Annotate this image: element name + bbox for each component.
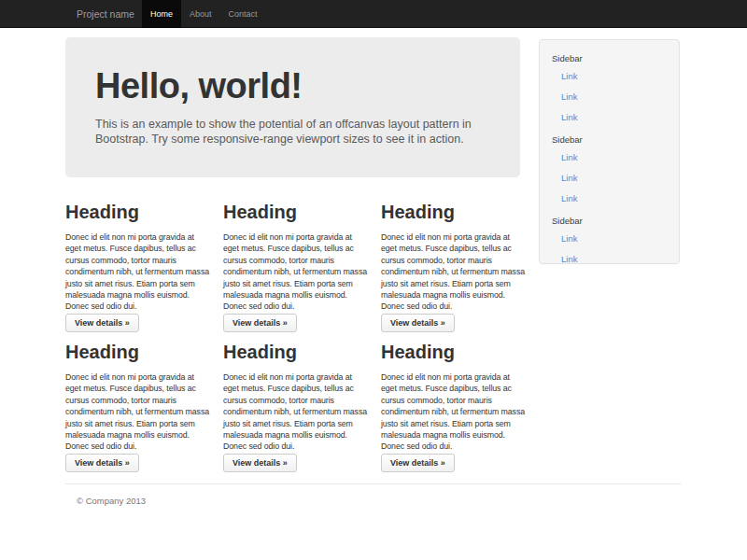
footer-copyright: © Company 2013 — [77, 496, 146, 506]
jumbotron-heading: Hello, world! — [95, 65, 494, 106]
card-heading: Heading — [381, 342, 528, 362]
sidebar-group: Sidebar LinkLink — [552, 216, 671, 269]
page: Project name HomeAboutContact Hello, wor… — [0, 0, 747, 560]
sidebar-link[interactable]: Link — [552, 147, 671, 167]
card-body: Donec id elit non mi porta gravida at eg… — [223, 371, 370, 453]
navbar: Project name HomeAboutContact — [0, 0, 747, 28]
card-heading: Heading — [381, 202, 528, 222]
footer-divider — [65, 483, 681, 484]
card-heading: Heading — [65, 342, 212, 362]
sidebar-group: Sidebar LinkLinkLink — [552, 134, 671, 208]
content-card: Heading Donec id elit non mi porta gravi… — [381, 202, 528, 332]
sidebar-link[interactable]: Link — [552, 86, 671, 106]
brand-link[interactable]: Project name — [77, 0, 134, 28]
view-details-button[interactable]: View details » — [223, 454, 297, 472]
sidebar-link[interactable]: Link — [552, 188, 671, 208]
content-card: Heading Donec id elit non mi porta gravi… — [381, 342, 528, 472]
sidebar: Sidebar LinkLinkLink Sidebar LinkLinkLin… — [539, 39, 680, 264]
view-details-button[interactable]: View details » — [381, 314, 455, 332]
content-card: Heading Donec id elit non mi porta gravi… — [223, 342, 370, 472]
sidebar-header: Sidebar — [552, 134, 671, 145]
sidebar-header: Sidebar — [552, 216, 671, 226]
sidebar-link[interactable]: Link — [552, 65, 671, 86]
sidebar-link[interactable]: Link — [552, 167, 671, 188]
jumbotron-text: This is an example to show the potential… — [95, 118, 494, 147]
card-body: Donec id elit non mi porta gravida at eg… — [65, 371, 212, 453]
card-heading: Heading — [223, 202, 370, 222]
content-card: Heading Donec id elit non mi porta gravi… — [65, 202, 212, 332]
view-details-button[interactable]: View details » — [65, 454, 139, 472]
nav-item-contact[interactable]: Contact — [220, 0, 266, 28]
card-body: Donec id elit non mi porta gravida at eg… — [381, 371, 528, 453]
card-row-1: Heading Donec id elit non mi porta gravi… — [65, 202, 528, 332]
sidebar-link[interactable]: Link — [552, 106, 671, 127]
card-body: Donec id elit non mi porta gravida at eg… — [223, 231, 370, 313]
content-card: Heading Donec id elit non mi porta gravi… — [65, 342, 212, 472]
nav-item-about[interactable]: About — [181, 0, 220, 28]
card-row-2: Heading Donec id elit non mi porta gravi… — [65, 342, 528, 472]
sidebar-link[interactable]: Link — [552, 228, 671, 248]
content-card: Heading Donec id elit non mi porta gravi… — [223, 202, 370, 332]
card-heading: Heading — [65, 202, 212, 222]
jumbotron: Hello, world! This is an example to show… — [65, 37, 520, 177]
sidebar-header: Sidebar — [552, 53, 671, 63]
navbar-nav: HomeAboutContact — [142, 0, 266, 28]
card-body: Donec id elit non mi porta gravida at eg… — [381, 231, 528, 313]
view-details-button[interactable]: View details » — [223, 314, 297, 332]
card-body: Donec id elit non mi porta gravida at eg… — [65, 231, 212, 313]
nav-item-home[interactable]: Home — [142, 0, 181, 28]
sidebar-link[interactable]: Link — [552, 248, 671, 269]
view-details-button[interactable]: View details » — [65, 314, 139, 332]
view-details-button[interactable]: View details » — [381, 454, 455, 472]
card-heading: Heading — [223, 342, 370, 362]
sidebar-group: Sidebar LinkLinkLink — [552, 53, 671, 127]
